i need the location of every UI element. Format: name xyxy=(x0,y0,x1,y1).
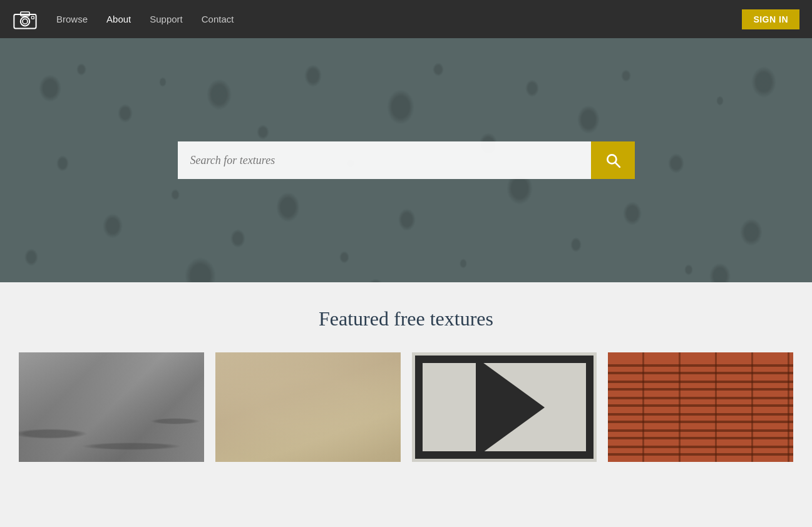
nav-contact[interactable]: Contact xyxy=(202,14,234,24)
nav-links: Browse About Support Contact xyxy=(56,14,742,24)
texture-grid xyxy=(19,352,793,462)
svg-line-6 xyxy=(615,163,619,167)
svg-point-3 xyxy=(23,19,28,24)
search-button[interactable] xyxy=(591,141,635,179)
search-input[interactable] xyxy=(178,141,591,179)
logo[interactable] xyxy=(13,7,38,32)
nav-browse[interactable]: Browse xyxy=(56,14,88,24)
texture-card-1[interactable] xyxy=(19,352,204,462)
texture-card-3[interactable] xyxy=(412,352,597,462)
navbar: Browse About Support Contact SIGN IN xyxy=(0,0,812,38)
camera-icon xyxy=(13,7,38,32)
svg-rect-4 xyxy=(31,16,34,19)
texture-3-arrow xyxy=(476,357,545,458)
texture-card-2[interactable] xyxy=(215,352,401,462)
sign-in-button[interactable]: SIGN IN xyxy=(742,9,799,29)
search-icon xyxy=(605,152,621,168)
featured-section: Featured free textures xyxy=(0,282,812,487)
nav-support[interactable]: Support xyxy=(150,14,183,24)
hero-search-container xyxy=(178,141,635,179)
hero-section xyxy=(0,38,812,282)
svg-point-1 xyxy=(21,17,29,26)
featured-title: Featured free textures xyxy=(19,307,793,330)
nav-about[interactable]: About xyxy=(106,14,131,24)
texture-card-4[interactable] xyxy=(608,352,793,462)
